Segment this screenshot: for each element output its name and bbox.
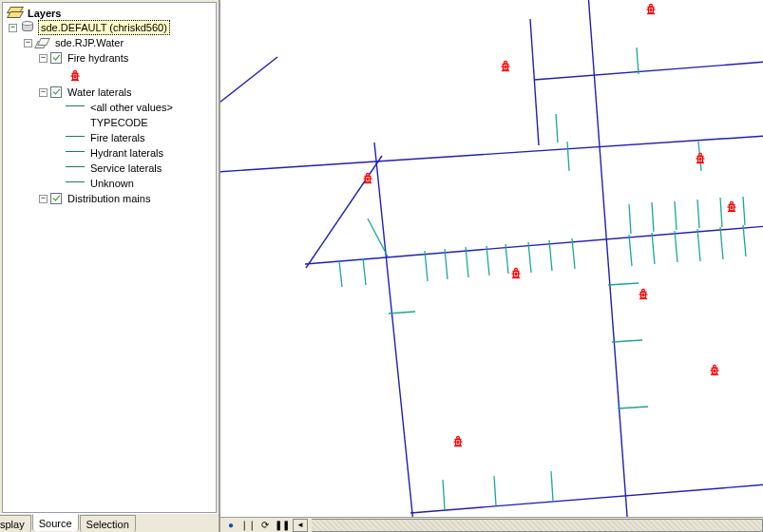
layer-label[interactable]: Fire hydrants [66, 51, 130, 65]
svg-line-42 [494, 476, 496, 505]
hydrant-symbol-icon [68, 69, 82, 83]
hydrant-feature[interactable] [512, 268, 521, 277]
svg-point-60 [650, 4, 653, 7]
svg-line-41 [443, 480, 445, 509]
refresh-icon[interactable]: ⟳ [258, 519, 272, 531]
visibility-checkbox[interactable] [50, 52, 62, 64]
legend-row-hydrant [3, 66, 216, 85]
svg-line-21 [466, 247, 468, 277]
svg-line-16 [339, 261, 342, 287]
svg-line-22 [486, 246, 489, 276]
svg-point-112 [457, 442, 459, 444]
legend-row: Service laterals [3, 161, 216, 176]
full-extent-icon[interactable]: ● [224, 519, 238, 531]
svg-point-98 [642, 294, 644, 296]
visibility-checkbox[interactable] [50, 86, 62, 98]
svg-line-43 [551, 471, 553, 501]
hydrant-feature[interactable] [502, 61, 510, 70]
svg-line-8 [374, 142, 415, 517]
layers-root-label: Layers [28, 8, 61, 19]
table-of-contents-panel: Layers − sde.DEFAULT (chriskd560) − sde.… [0, 0, 220, 532]
svg-line-20 [445, 249, 448, 279]
line-symbol-icon [66, 105, 85, 106]
expand-toggle[interactable]: − [39, 195, 48, 203]
svg-point-3 [74, 70, 77, 73]
svg-line-15 [410, 484, 763, 513]
line-symbol-icon [66, 181, 85, 182]
svg-point-67 [367, 173, 370, 176]
dataset-label[interactable]: sde.RJP.Water [53, 36, 125, 49]
legend-field-heading: TYPECODE [90, 117, 148, 128]
tree-node-layer-mains[interactable]: − Distribution mains [3, 191, 216, 206]
tree-node-layer-laterals[interactable]: − Water laterals [3, 85, 216, 100]
geodatabase-label[interactable]: sde.DEFAULT (chriskd560) [38, 20, 170, 35]
svg-point-56 [505, 66, 506, 68]
svg-point-95 [642, 289, 645, 292]
tab-source[interactable]: Source [32, 514, 79, 531]
line-symbol-icon [66, 136, 85, 137]
svg-line-46 [618, 407, 648, 408]
svg-line-13 [306, 156, 382, 268]
svg-line-32 [743, 225, 746, 256]
hydrant-feature[interactable] [639, 289, 648, 298]
tree-node-geodatabase[interactable]: − sde.DEFAULT (chriskd560) [3, 20, 216, 35]
expand-toggle[interactable]: − [9, 24, 17, 32]
hydrant-feature[interactable] [454, 436, 463, 446]
svg-line-14 [220, 57, 277, 109]
svg-line-37 [720, 198, 722, 227]
svg-line-19 [425, 251, 428, 281]
tab-display-truncated[interactable]: splay [0, 515, 31, 532]
svg-line-36 [697, 200, 699, 228]
expand-toggle[interactable]: − [24, 39, 32, 48]
svg-line-27 [629, 235, 632, 266]
svg-point-88 [515, 268, 518, 271]
svg-point-74 [699, 153, 702, 156]
hydrant-feature[interactable] [647, 4, 656, 13]
svg-line-39 [556, 114, 558, 142]
line-symbol-icon [66, 151, 85, 152]
legend-label: <all other values> [90, 102, 173, 113]
svg-point-53 [505, 61, 507, 64]
legend-label: Service laterals [90, 162, 162, 174]
geodatabase-icon [20, 21, 35, 34]
svg-line-34 [652, 202, 654, 232]
svg-line-10 [305, 226, 763, 264]
tree-node-dataset[interactable]: − sde.RJP.Water [3, 35, 216, 50]
hydrant-feature[interactable] [696, 153, 705, 162]
tab-selection[interactable]: Selection [80, 515, 136, 532]
expand-toggle[interactable]: − [39, 54, 48, 63]
svg-line-26 [572, 238, 575, 269]
tree-node-layer-hydrants[interactable]: − Fire hydrants [3, 50, 216, 66]
horizontal-scrollbar[interactable] [312, 519, 763, 532]
scroll-left-button[interactable]: ◄ [293, 519, 308, 532]
map-status-bar: ● ❘❘ ⟳ ❚❚ ◄ [220, 517, 763, 532]
layer-tree: Layers − sde.DEFAULT (chriskd560) − sde.… [2, 2, 217, 513]
svg-line-49 [389, 312, 415, 314]
svg-point-102 [714, 365, 716, 368]
hydrant-feature[interactable] [364, 173, 372, 182]
legend-label: Hydrant laterals [90, 147, 163, 159]
pause-icon[interactable]: ❚❚ [276, 519, 289, 531]
layer-label[interactable]: Distribution mains [66, 192, 152, 205]
svg-line-12 [530, 19, 539, 145]
legend-row: Hydrant laterals [3, 145, 216, 161]
visibility-checkbox[interactable] [50, 193, 62, 204]
dataset-icon [35, 36, 50, 49]
legend-label: Unknown [90, 178, 134, 189]
svg-line-24 [528, 242, 531, 273]
svg-point-91 [515, 274, 517, 276]
svg-point-84 [731, 207, 733, 209]
svg-line-47 [637, 48, 639, 74]
layer-label[interactable]: Water laterals [66, 86, 133, 99]
expand-toggle[interactable]: − [39, 88, 48, 97]
layers-root-row: Layers [3, 7, 216, 20]
svg-line-29 [675, 231, 677, 262]
hydrant-feature[interactable] [728, 201, 736, 211]
pause-drawing-icon[interactable]: ❘❘ [241, 519, 255, 531]
svg-line-35 [675, 201, 677, 230]
svg-point-77 [699, 159, 701, 161]
svg-point-6 [74, 76, 76, 78]
svg-line-7 [587, 0, 629, 517]
hydrant-feature[interactable] [711, 365, 719, 374]
map-canvas[interactable]: ● ❘❘ ⟳ ❚❚ ◄ [220, 0, 763, 532]
